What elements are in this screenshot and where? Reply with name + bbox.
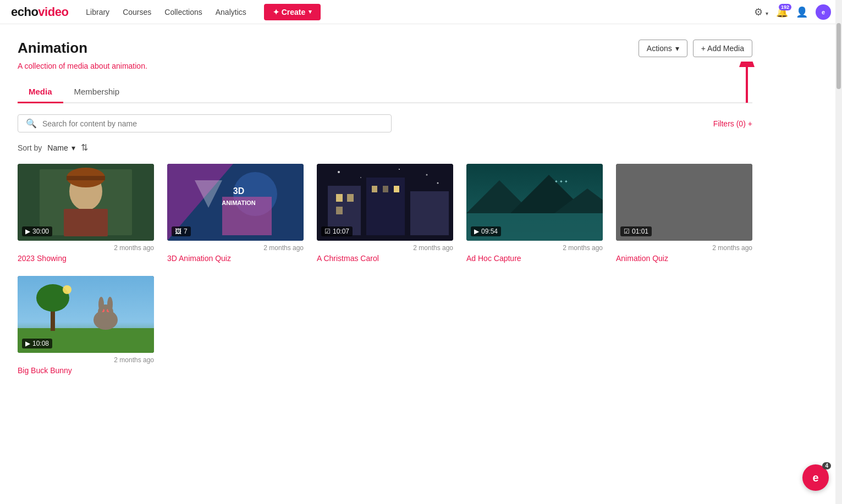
media-title-3[interactable]: A Christmas Carol <box>317 254 453 263</box>
media-card-animation-quiz[interactable]: ☑ 01:01 2 months ago Animation Quiz <box>616 164 752 263</box>
echo360-icon: e <box>822 9 825 15</box>
video-icon-6: ▶ <box>25 340 30 347</box>
media-duration-3: ☑ 10:07 <box>321 226 353 236</box>
tab-membership[interactable]: Membership <box>63 81 131 103</box>
svg-text:3D: 3D <box>233 186 244 196</box>
svg-point-19 <box>437 182 439 184</box>
media-duration-2: 🖼 7 <box>172 226 191 236</box>
media-title-1[interactable]: 2023 Showing <box>18 254 154 263</box>
media-card-big-buck-bunny[interactable]: ▶ 10:08 2 months ago Big Buck Bunny <box>18 276 154 375</box>
main-content: Animation Actions ▾ + Add Media <box>0 24 770 392</box>
scrollbar[interactable] <box>835 0 842 504</box>
slides-icon-2: 🖼 <box>175 228 181 235</box>
video-icon-4: ▶ <box>474 228 479 235</box>
create-button[interactable]: ✦ Create ▾ <box>264 4 321 20</box>
echo360-badge[interactable]: e <box>816 4 831 20</box>
sort-label: Sort by <box>18 143 42 152</box>
svg-rect-29 <box>394 186 399 192</box>
svg-text:✦ ✦ ✦: ✦ ✦ ✦ <box>554 179 568 184</box>
video-icon-1: ▶ <box>25 228 30 235</box>
nav-links: Library Courses Collections Analytics ✦ … <box>86 4 321 20</box>
svg-rect-26 <box>336 207 343 214</box>
logo-text: echovideo <box>11 5 68 19</box>
svg-point-47 <box>63 285 71 294</box>
nav-link-library[interactable]: Library <box>86 8 109 16</box>
settings-chevron: ▾ <box>766 10 768 16</box>
svg-text:ANIMATION: ANIMATION <box>222 200 256 206</box>
media-card-2023-showing[interactable]: ▶ 30:00 2 months ago 2023 Showing <box>18 164 154 263</box>
media-duration-6: ▶ 10:08 <box>22 339 52 348</box>
svg-rect-24 <box>336 194 343 202</box>
search-input[interactable] <box>42 119 383 128</box>
notifications-button[interactable]: 🔔 192 <box>776 6 788 18</box>
logo[interactable]: echovideo <box>11 5 68 19</box>
arrow-indicator <box>736 62 758 110</box>
media-thumb-6: ▶ 10:08 <box>18 276 154 353</box>
actions-label: Actions <box>647 44 672 53</box>
sort-row: Sort by Name ▾ ⇅ <box>18 142 752 153</box>
search-row: 🔍 Filters (0) + <box>18 114 752 132</box>
quiz-icon-3: ☑ <box>324 228 331 235</box>
svg-rect-23 <box>410 191 449 235</box>
media-timestamp-1: 2 months ago <box>18 244 154 252</box>
media-thumb-4: ✦ ✦ ✦ ▶ 09:54 <box>466 164 603 241</box>
page-actions: Actions ▾ + Add Media <box>639 40 752 57</box>
nav-link-analytics[interactable]: Analytics <box>216 8 246 16</box>
media-timestamp-2: 2 months ago <box>167 244 304 252</box>
create-label: ✦ Create <box>273 8 305 16</box>
svg-point-20 <box>360 177 361 178</box>
tabs: Media Membership <box>18 81 752 103</box>
add-media-button[interactable]: + Add Media <box>693 40 752 57</box>
create-chevron: ▾ <box>309 8 312 15</box>
nav-right: ⚙ ▾ 🔔 192 👤 e <box>754 4 831 20</box>
svg-point-46 <box>107 297 113 312</box>
sort-order-icon[interactable]: ⇅ <box>81 142 88 153</box>
media-thumb-2: 3D ANIMATION 🖼 7 <box>167 164 304 241</box>
media-card-christmas-carol[interactable]: ☑ 10:07 2 months ago A Christmas Carol <box>317 164 453 263</box>
actions-button[interactable]: Actions ▾ <box>639 40 687 57</box>
scrollbar-thumb[interactable] <box>837 23 841 89</box>
add-media-label: + Add Media <box>701 44 744 53</box>
media-card-3d-animation[interactable]: 3D ANIMATION 🖼 7 2 months ago 3D Animati… <box>167 164 304 263</box>
nav-link-courses[interactable]: Courses <box>123 8 151 16</box>
gear-icon: ⚙ <box>754 7 763 18</box>
page-header: Animation Actions ▾ + Add Media <box>18 40 752 57</box>
page-title: Animation <box>18 40 87 57</box>
media-thumb-3: ☑ 10:07 <box>317 164 453 241</box>
chat-count: 4 <box>822 462 831 469</box>
media-title-5[interactable]: Animation Quiz <box>616 254 752 263</box>
search-wrap: 🔍 <box>18 114 392 132</box>
media-thumb-5: ☑ 01:01 <box>616 164 752 241</box>
media-timestamp-5: 2 months ago <box>616 244 752 252</box>
quiz-icon-5: ☑ <box>624 228 630 235</box>
chat-badge[interactable]: e 4 <box>802 464 829 491</box>
media-card-ad-hoc[interactable]: ✦ ✦ ✦ ▶ 09:54 2 months ago Ad Hoc Captur… <box>466 164 603 263</box>
media-timestamp-4: 2 months ago <box>466 244 603 252</box>
user-icon: 👤 <box>796 7 808 18</box>
filters-label: Filters (0) <box>713 119 746 128</box>
nav-link-collections[interactable]: Collections <box>164 8 202 16</box>
svg-point-16 <box>338 171 340 173</box>
filters-plus: + <box>748 119 752 128</box>
navbar: echovideo Library Courses Collections An… <box>0 0 842 24</box>
media-grid: ▶ 30:00 2 months ago 2023 Showing 3D ANI… <box>18 164 752 375</box>
media-title-2[interactable]: 3D Animation Quiz <box>167 254 304 263</box>
media-timestamp-6: 2 months ago <box>18 356 154 364</box>
media-duration-5: ☑ 01:01 <box>620 226 652 236</box>
settings-button[interactable]: ⚙ ▾ <box>754 6 768 18</box>
media-thumb-1: ▶ 30:00 <box>18 164 154 241</box>
media-title-4[interactable]: Ad Hoc Capture <box>466 254 603 263</box>
sort-chevron: ▾ <box>71 143 75 152</box>
svg-rect-5 <box>64 209 108 236</box>
sort-select[interactable]: Name ▾ <box>47 143 75 152</box>
tab-media[interactable]: Media <box>18 81 63 103</box>
user-profile-button[interactable]: 👤 <box>796 6 808 18</box>
svg-rect-25 <box>347 194 354 202</box>
page-description: A collection of media about animation. <box>18 62 752 70</box>
svg-point-17 <box>426 174 428 176</box>
media-timestamp-3: 2 months ago <box>317 244 453 252</box>
svg-rect-7 <box>67 176 105 180</box>
media-title-6[interactable]: Big Buck Bunny <box>18 366 154 375</box>
filters-button[interactable]: Filters (0) + <box>713 119 752 128</box>
media-duration-1: ▶ 30:00 <box>22 226 52 236</box>
